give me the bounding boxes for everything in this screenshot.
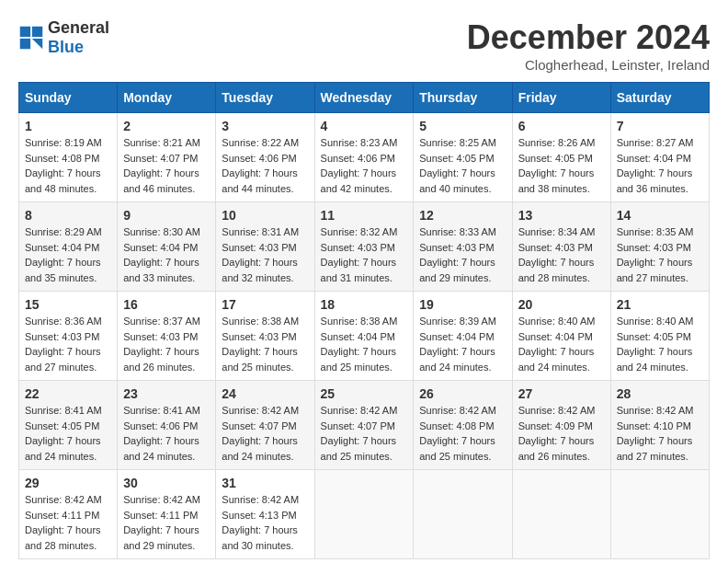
calendar-cell: 11Sunrise: 8:32 AMSunset: 4:03 PMDayligh… — [314, 202, 414, 292]
day-info: Sunrise: 8:40 AMSunset: 4:04 PMDaylight:… — [518, 314, 605, 374]
day-number: 8 — [25, 208, 111, 223]
day-number: 28 — [617, 386, 703, 401]
calendar-cell: 23Sunrise: 8:41 AMSunset: 4:06 PMDayligh… — [118, 381, 216, 470]
day-info: Sunrise: 8:19 AMSunset: 4:08 PMDaylight:… — [25, 135, 111, 196]
day-info: Sunrise: 8:42 AMSunset: 4:10 PMDaylight:… — [617, 403, 703, 464]
calendar-day-header: Tuesday — [216, 83, 314, 113]
day-number: 3 — [222, 119, 308, 133]
calendar-cell: 18Sunrise: 8:38 AMSunset: 4:04 PMDayligh… — [314, 292, 414, 381]
day-number: 24 — [222, 386, 308, 401]
calendar-cell: 22Sunrise: 8:41 AMSunset: 4:05 PMDayligh… — [19, 381, 118, 470]
day-number: 9 — [123, 208, 210, 223]
page-header: General Blue December 2024 Clogherhead, … — [18, 18, 710, 73]
day-number: 5 — [419, 119, 506, 133]
day-number: 29 — [25, 476, 111, 490]
calendar-week-row: 15Sunrise: 8:36 AMSunset: 4:03 PMDayligh… — [19, 292, 710, 381]
day-number: 30 — [123, 476, 210, 490]
day-info: Sunrise: 8:22 AMSunset: 4:06 PMDaylight:… — [222, 135, 308, 196]
day-info: Sunrise: 8:33 AMSunset: 4:03 PMDaylight:… — [419, 224, 506, 285]
day-info: Sunrise: 8:29 AMSunset: 4:04 PMDaylight:… — [25, 224, 111, 285]
day-number: 15 — [25, 297, 111, 312]
calendar-cell: 9Sunrise: 8:30 AMSunset: 4:04 PMDaylight… — [118, 202, 216, 292]
calendar-cell: 28Sunrise: 8:42 AMSunset: 4:10 PMDayligh… — [610, 381, 709, 470]
day-number: 25 — [321, 386, 408, 401]
calendar-cell — [610, 470, 709, 559]
day-info: Sunrise: 8:27 AMSunset: 4:04 PMDaylight:… — [617, 135, 703, 196]
calendar-week-row: 29Sunrise: 8:42 AMSunset: 4:11 PMDayligh… — [19, 470, 710, 559]
logo-blue: Blue — [48, 38, 84, 56]
day-number: 2 — [123, 119, 210, 133]
calendar-cell: 8Sunrise: 8:29 AMSunset: 4:04 PMDaylight… — [19, 202, 118, 292]
day-info: Sunrise: 8:30 AMSunset: 4:04 PMDaylight:… — [123, 224, 210, 285]
day-number: 4 — [321, 119, 408, 133]
calendar-cell: 25Sunrise: 8:42 AMSunset: 4:07 PMDayligh… — [314, 381, 414, 470]
day-info: Sunrise: 8:41 AMSunset: 4:05 PMDaylight:… — [25, 403, 111, 464]
day-number: 20 — [518, 297, 605, 312]
day-info: Sunrise: 8:42 AMSunset: 4:11 PMDaylight:… — [25, 492, 111, 553]
day-info: Sunrise: 8:23 AMSunset: 4:06 PMDaylight:… — [321, 135, 408, 196]
calendar-cell — [414, 470, 512, 559]
calendar-cell: 26Sunrise: 8:42 AMSunset: 4:08 PMDayligh… — [414, 381, 512, 470]
svg-marker-3 — [32, 39, 42, 49]
day-info: Sunrise: 8:31 AMSunset: 4:03 PMDaylight:… — [222, 224, 308, 285]
calendar-cell: 2Sunrise: 8:21 AMSunset: 4:07 PMDaylight… — [118, 113, 216, 202]
calendar-cell: 27Sunrise: 8:42 AMSunset: 4:09 PMDayligh… — [512, 381, 610, 470]
day-number: 12 — [419, 208, 506, 223]
calendar-week-row: 8Sunrise: 8:29 AMSunset: 4:04 PMDaylight… — [19, 202, 710, 292]
calendar-cell: 16Sunrise: 8:37 AMSunset: 4:03 PMDayligh… — [118, 292, 216, 381]
calendar-cell: 31Sunrise: 8:42 AMSunset: 4:13 PMDayligh… — [216, 470, 314, 559]
day-info: Sunrise: 8:38 AMSunset: 4:04 PMDaylight:… — [321, 314, 408, 374]
day-number: 17 — [222, 297, 308, 312]
calendar-table: SundayMondayTuesdayWednesdayThursdayFrid… — [18, 82, 710, 559]
day-info: Sunrise: 8:42 AMSunset: 4:11 PMDaylight:… — [123, 492, 210, 553]
title-area: December 2024 Clogherhead, Leinster, Ire… — [467, 18, 710, 73]
day-number: 7 — [617, 119, 703, 133]
calendar-cell: 29Sunrise: 8:42 AMSunset: 4:11 PMDayligh… — [19, 470, 118, 559]
calendar-cell: 7Sunrise: 8:27 AMSunset: 4:04 PMDaylight… — [610, 113, 709, 202]
day-number: 1 — [25, 119, 111, 133]
calendar-cell: 4Sunrise: 8:23 AMSunset: 4:06 PMDaylight… — [314, 113, 414, 202]
calendar-cell — [314, 470, 414, 559]
calendar-header-row: SundayMondayTuesdayWednesdayThursdayFrid… — [19, 83, 710, 113]
calendar-cell: 6Sunrise: 8:26 AMSunset: 4:05 PMDaylight… — [512, 113, 610, 202]
day-number: 14 — [617, 208, 703, 223]
day-info: Sunrise: 8:42 AMSunset: 4:09 PMDaylight:… — [518, 403, 605, 464]
calendar-cell: 5Sunrise: 8:25 AMSunset: 4:05 PMDaylight… — [414, 113, 512, 202]
calendar-cell: 19Sunrise: 8:39 AMSunset: 4:04 PMDayligh… — [414, 292, 512, 381]
logo-text: General Blue — [48, 18, 109, 57]
calendar-cell: 20Sunrise: 8:40 AMSunset: 4:04 PMDayligh… — [512, 292, 610, 381]
day-info: Sunrise: 8:25 AMSunset: 4:05 PMDaylight:… — [419, 135, 506, 196]
month-title: December 2024 — [467, 18, 710, 57]
calendar-cell: 3Sunrise: 8:22 AMSunset: 4:06 PMDaylight… — [216, 113, 314, 202]
calendar-day-header: Friday — [512, 83, 610, 113]
day-info: Sunrise: 8:40 AMSunset: 4:05 PMDaylight:… — [617, 314, 703, 374]
logo-icon — [18, 25, 44, 51]
day-number: 13 — [518, 208, 605, 223]
day-info: Sunrise: 8:42 AMSunset: 4:07 PMDaylight:… — [222, 403, 308, 464]
day-info: Sunrise: 8:32 AMSunset: 4:03 PMDaylight:… — [321, 224, 408, 285]
day-number: 6 — [518, 119, 605, 133]
day-number: 16 — [123, 297, 210, 312]
calendar-day-header: Sunday — [19, 83, 118, 113]
day-number: 21 — [617, 297, 703, 312]
calendar-day-header: Saturday — [610, 83, 709, 113]
calendar-day-header: Wednesday — [314, 83, 414, 113]
day-info: Sunrise: 8:37 AMSunset: 4:03 PMDaylight:… — [123, 314, 210, 374]
day-info: Sunrise: 8:42 AMSunset: 4:07 PMDaylight:… — [321, 403, 408, 464]
day-info: Sunrise: 8:36 AMSunset: 4:03 PMDaylight:… — [25, 314, 111, 374]
svg-rect-0 — [20, 27, 30, 37]
day-number: 19 — [419, 297, 506, 312]
calendar-cell: 24Sunrise: 8:42 AMSunset: 4:07 PMDayligh… — [216, 381, 314, 470]
calendar-cell — [512, 470, 610, 559]
day-number: 26 — [419, 386, 506, 401]
calendar-cell: 1Sunrise: 8:19 AMSunset: 4:08 PMDaylight… — [19, 113, 118, 202]
day-info: Sunrise: 8:38 AMSunset: 4:03 PMDaylight:… — [222, 314, 308, 374]
calendar-cell: 15Sunrise: 8:36 AMSunset: 4:03 PMDayligh… — [19, 292, 118, 381]
calendar-cell: 13Sunrise: 8:34 AMSunset: 4:03 PMDayligh… — [512, 202, 610, 292]
day-number: 31 — [222, 476, 308, 490]
calendar-cell: 12Sunrise: 8:33 AMSunset: 4:03 PMDayligh… — [414, 202, 512, 292]
day-number: 11 — [321, 208, 408, 223]
day-info: Sunrise: 8:42 AMSunset: 4:13 PMDaylight:… — [222, 492, 308, 553]
calendar-day-header: Thursday — [414, 83, 512, 113]
logo-general: General — [48, 18, 109, 37]
